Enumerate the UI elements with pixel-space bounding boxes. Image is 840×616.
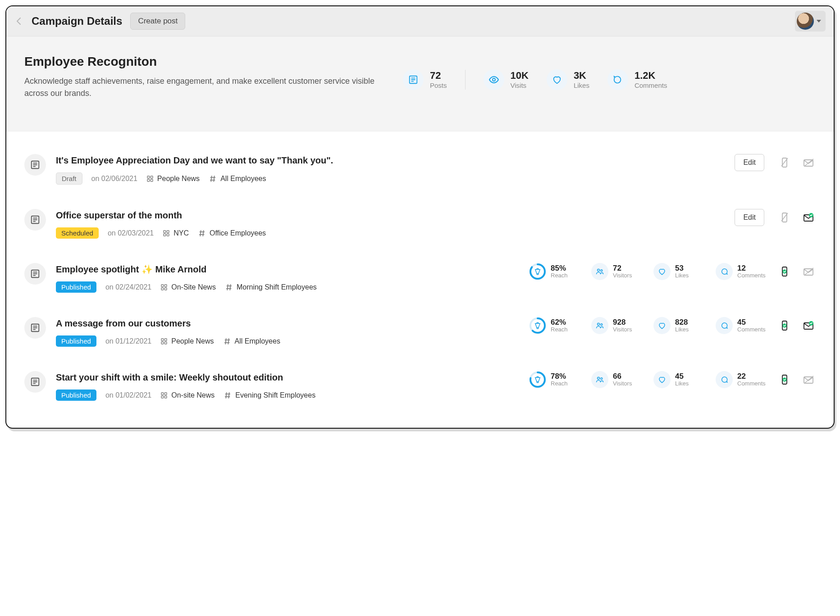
post-title[interactable]: Start your shift with a smile: Weekly sh… <box>56 371 519 384</box>
status-badge: Published <box>56 390 96 401</box>
mini-stat-likes: 45Likes <box>653 371 702 388</box>
post-main: It's Employee Appreciation Day and we wa… <box>56 154 725 185</box>
hash-icon <box>225 283 233 291</box>
mini-comments-value: 12 <box>737 264 766 272</box>
stat-posts: 72 Posts <box>403 69 447 90</box>
post-meta: Publishedon 01/02/2021On-site NewsEvenin… <box>56 390 519 401</box>
svg-rect-27 <box>164 234 166 236</box>
svg-line-47 <box>227 284 228 290</box>
svg-line-67 <box>225 338 226 344</box>
svg-rect-84 <box>165 396 167 398</box>
email-channel-icon[interactable] <box>802 156 816 169</box>
user-menu[interactable] <box>795 11 826 32</box>
post-date: on 02/03/2021 <box>108 229 154 237</box>
divider <box>465 70 466 90</box>
email-channel-icon[interactable] <box>802 265 816 278</box>
svg-rect-43 <box>161 288 164 290</box>
channel-icons <box>773 319 816 332</box>
mini-stat-likes: 828Likes <box>653 317 702 334</box>
back-button[interactable] <box>14 17 23 26</box>
push-channel-icon[interactable] <box>778 211 791 224</box>
post-title[interactable]: Employee spotlight ✨ Mike Arnold <box>56 263 519 276</box>
status-badge: Published <box>56 335 96 347</box>
post-date: on 02/06/2021 <box>91 175 137 183</box>
post-audience[interactable]: All Employees <box>223 337 280 345</box>
post-title[interactable]: A message from our customers <box>56 317 519 330</box>
create-post-button[interactable]: Create post <box>130 13 185 30</box>
mini-reach-label: Reach <box>551 380 568 387</box>
mini-likes-value: 45 <box>675 372 689 380</box>
svg-point-92 <box>601 378 603 380</box>
post-category[interactable]: On-site News <box>160 391 215 399</box>
mini-comments-value: 22 <box>737 372 766 380</box>
stat-comments: 1.2K Comments <box>607 69 667 90</box>
grid-icon <box>163 230 170 237</box>
push-channel-icon[interactable] <box>778 265 791 278</box>
comment-icon <box>716 371 733 388</box>
hash-icon <box>223 337 231 345</box>
email-channel-icon[interactable] <box>802 373 816 386</box>
channel-icons <box>773 211 816 224</box>
heart-icon <box>653 263 671 280</box>
grid-icon <box>146 175 154 182</box>
post-audience[interactable]: Morning Shift Employees <box>225 283 317 291</box>
email-channel-icon[interactable] <box>802 319 816 332</box>
post-meta: Publishedon 01/12/2021People NewsAll Emp… <box>56 335 519 347</box>
svg-rect-41 <box>161 285 164 287</box>
mini-stat-visitors: 928Visitors <box>591 317 640 334</box>
edit-button[interactable]: Edit <box>735 209 764 226</box>
post-right: Edit <box>735 154 816 171</box>
stat-likes: 3K Likes <box>547 69 589 90</box>
topbar: Campaign Details Create post <box>6 6 834 36</box>
svg-line-88 <box>229 392 230 399</box>
svg-line-31 <box>200 230 201 236</box>
post-right: 62%Reach928Visitors828Likes45Comments <box>529 317 816 334</box>
comment-icon <box>716 317 733 334</box>
email-channel-icon[interactable] <box>802 211 816 224</box>
svg-rect-44 <box>165 288 167 290</box>
post-date: on 01/02/2021 <box>105 391 151 399</box>
comment-icon <box>716 263 733 280</box>
mini-likes-label: Likes <box>675 272 689 279</box>
push-channel-icon[interactable] <box>778 319 791 332</box>
mini-visitors-value: 928 <box>613 318 632 326</box>
post-audience[interactable]: All Employees <box>209 175 266 183</box>
edit-button[interactable]: Edit <box>735 154 764 171</box>
stat-visits-label: Visits <box>511 82 529 89</box>
svg-point-51 <box>598 269 600 272</box>
svg-rect-25 <box>164 231 166 233</box>
post-category[interactable]: People News <box>146 175 200 183</box>
post-audience[interactable]: Evening Shift Employees <box>224 391 315 399</box>
svg-line-68 <box>228 338 229 344</box>
mini-visitors-value: 66 <box>613 372 632 380</box>
channel-icons <box>773 265 816 278</box>
mini-stat-visitors: 66Visitors <box>591 371 640 388</box>
svg-rect-82 <box>165 393 167 395</box>
status-badge: Scheduled <box>56 227 99 239</box>
push-channel-icon[interactable] <box>778 156 791 169</box>
svg-rect-61 <box>161 339 164 341</box>
hash-icon <box>209 175 217 183</box>
post-category[interactable]: NYC <box>163 229 189 237</box>
post-title[interactable]: Office superstar of the month <box>56 209 725 222</box>
post-main: A message from our customersPublishedon … <box>56 317 519 347</box>
post-category[interactable]: People News <box>160 337 214 345</box>
campaign-stats: 72 Posts 10K Visits 3K <box>403 54 667 100</box>
mini-stat-reach: 78%Reach <box>529 371 578 388</box>
post-title[interactable]: It's Employee Appreciation Day and we wa… <box>56 154 725 167</box>
mini-likes-label: Likes <box>675 380 689 387</box>
post-category[interactable]: On-Site News <box>160 283 216 291</box>
post-audience[interactable]: Office Employees <box>198 229 266 237</box>
svg-rect-83 <box>161 396 164 398</box>
svg-point-91 <box>598 377 600 380</box>
comment-icon <box>607 69 628 90</box>
post-right: Edit <box>735 209 816 226</box>
push-channel-icon[interactable] <box>778 373 791 386</box>
campaign-summary: Employee Recogniton Acknowledge staff ac… <box>6 36 834 131</box>
heart-icon <box>653 317 671 334</box>
stat-visits-value: 10K <box>511 70 529 81</box>
heart-icon <box>653 371 671 388</box>
post-main: Office superstar of the monthScheduledon… <box>56 209 725 239</box>
mini-likes-label: Likes <box>675 326 689 333</box>
mini-stat-comments: 12Comments <box>716 263 764 280</box>
